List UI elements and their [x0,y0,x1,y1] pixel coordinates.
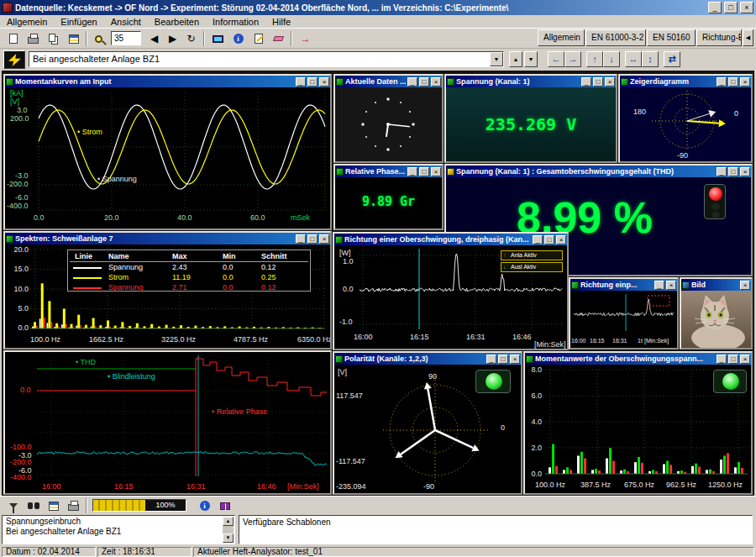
legend-chip[interactable]: Ausl Aktiv [501,262,563,272]
maximize-button[interactable]: □ [419,77,429,87]
menu-einfuegen[interactable]: Einfügen [54,17,103,27]
maximize-button[interactable]: □ [724,2,738,13]
maximize-button[interactable]: □ [307,77,318,87]
window-titlebar[interactable]: Spektren: Schweißanlage 7 _ □ × [5,233,330,244]
template-down-button[interactable]: ▼ [524,51,538,67]
close-button[interactable]: × [319,77,329,87]
erase-button[interactable] [269,30,288,47]
maximize-button[interactable]: □ [544,235,554,244]
description-memo[interactable]: Spannungseinbruch Bei angeschalteter Anl… [2,515,235,544]
arrange-right-button[interactable]: → [564,51,581,67]
minimize-button[interactable]: _ [717,77,727,87]
minimize-button[interactable]: _ [581,77,591,87]
arrange-up-button[interactable]: ↑ [586,51,603,67]
combobox-dropdown-button[interactable]: ▼ [490,52,503,66]
tab-allgemein[interactable]: Allgemein [538,29,585,46]
window-titlebar[interactable]: Richtung einp... _ × [570,279,677,291]
menu-bearbeiten[interactable]: Bearbeiten [148,17,206,27]
close-button[interactable]: × [740,355,750,364]
minimize-button[interactable]: _ [717,167,727,176]
tab-scroll-left[interactable]: ◀ [743,29,753,46]
close-button[interactable]: × [740,167,750,176]
scroll-down-button[interactable]: ▼ [223,533,234,543]
close-button[interactable]: × [319,234,329,244]
menu-ansicht[interactable]: Ansicht [104,17,148,27]
info-button[interactable]: i [195,497,214,514]
info-button[interactable]: i [228,30,248,47]
close-button[interactable]: × [740,2,753,13]
maximize-button[interactable]: □ [593,77,603,87]
minimize-button[interactable]: _ [296,234,306,244]
minimize-button[interactable]: _ [296,77,306,87]
axis-label: -100.0 [10,443,32,451]
arrange-horizontal-button[interactable]: ↔ [625,51,642,67]
minimize-button[interactable]: _ [533,235,543,244]
minimize-button[interactable]: _ [407,77,417,87]
close-button[interactable]: × [740,77,750,87]
minimize-button[interactable]: _ [654,281,664,290]
close-button[interactable]: × [740,281,750,290]
maximize-button[interactable]: □ [728,77,738,87]
filter-button[interactable] [3,497,23,514]
tab-en61000[interactable]: EN 61000-3-2 [585,29,646,46]
window-titlebar[interactable]: Relative Phase... _ □ × [335,166,442,177]
close-button[interactable]: × [605,77,615,87]
print-button[interactable] [64,497,83,514]
app-logo-button[interactable] [3,50,25,69]
page-number-input[interactable] [111,31,141,45]
memo-scrollbar[interactable]: ▲ ▼ [223,517,234,543]
template-up-button[interactable]: ▲ [509,51,522,67]
next-button[interactable]: ▶ [163,30,182,47]
scroll-up-button[interactable]: ▲ [223,517,234,526]
search-button[interactable] [24,497,43,514]
arrange-down-button[interactable]: ↓ [603,51,620,67]
monitor-view-button[interactable] [208,30,228,47]
close-button[interactable]: × [666,281,676,290]
copy-button[interactable] [44,30,63,47]
minimize-button[interactable]: _ [708,2,722,13]
previous-button[interactable]: ◀ [144,30,164,47]
legend-chip[interactable]: Anla Aktiv [501,250,563,260]
grid-view-button[interactable] [44,497,63,514]
log-book-button[interactable] [215,497,234,514]
window-titlebar[interactable]: Bild × [681,279,751,291]
report-grid-button[interactable] [64,30,83,47]
window-titlebar[interactable]: Momentankurven am Input _ □ × [5,76,330,87]
arrange-left-button[interactable]: ← [548,51,564,67]
maximize-button[interactable]: □ [728,167,738,176]
close-button[interactable]: × [510,355,520,364]
new-report-button[interactable] [3,30,23,47]
menu-allgemein[interactable]: Allgemein [0,17,54,27]
maximize-button[interactable]: □ [498,355,508,364]
menu-hilfe[interactable]: Hilfe [265,17,297,27]
window-titlebar[interactable]: Spannung (Kanal: 1) _ □ × [446,76,616,87]
window-titlebar[interactable]: Spannung (Kanal: 1) : Gesamtoberschwingu… [446,166,751,177]
menu-information[interactable]: Information [206,17,265,27]
window-titlebar[interactable]: Zeigerdiagramm _ □ × [620,76,751,87]
window-titlebar[interactable]: Momentanwerte der Oberschwingungsspann..… [525,353,751,365]
template-combobox[interactable]: Bei angeschalteter Anlage BZ1 [29,51,504,67]
maximize-button[interactable]: □ [419,167,429,176]
minimize-button[interactable]: _ [717,355,727,364]
close-button[interactable]: × [431,167,441,176]
minimize-button[interactable]: _ [407,167,417,176]
swap-button[interactable]: ⇄ [664,51,680,67]
templates-list[interactable]: Verfügbare Schablonen [239,515,753,544]
maximize-button[interactable]: □ [307,234,318,244]
main-titlebar[interactable]: Datenquelle: Kecskemet -> OF Nord -> Exp… [0,0,756,15]
jump-button[interactable]: → [296,30,315,47]
refresh-button[interactable]: ↻ [181,30,201,47]
maximize-button[interactable]: □ [728,355,738,364]
arrange-vertical-button[interactable]: ↕ [642,51,659,67]
window-titlebar[interactable]: Polarität (Kanäle: 1,2,3) _ □ × [334,353,521,365]
print-button[interactable] [24,30,43,47]
minimize-button[interactable]: _ [486,355,496,364]
tab-en50160[interactable]: EN 50160 [647,29,696,46]
edit-note-button[interactable] [249,30,268,47]
zoom-button[interactable] [89,30,108,47]
tab-richtung[interactable]: Richtung-Ei [696,29,742,46]
window-titlebar[interactable]: Aktuelle Daten ... _ □ × [335,76,442,87]
close-button[interactable]: × [556,235,566,244]
close-button[interactable]: × [431,77,441,87]
window-titlebar[interactable]: Richtung einer Oberschwingung, dreiphasi… [334,234,567,245]
